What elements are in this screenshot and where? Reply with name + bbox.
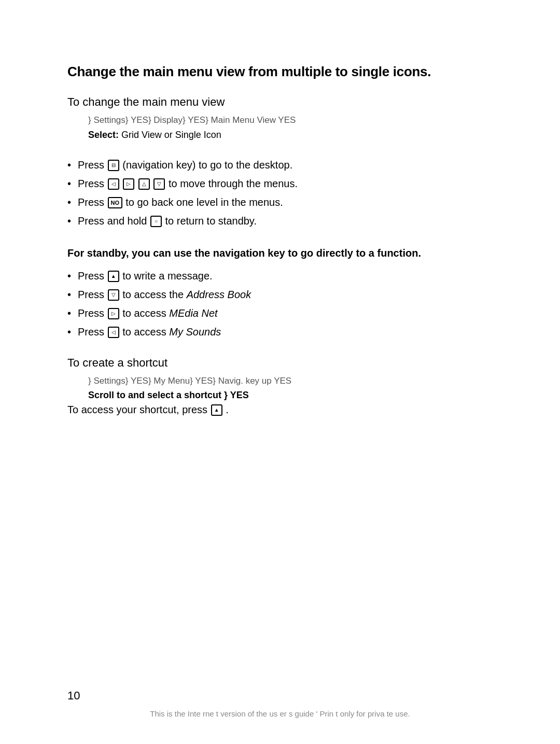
bullet-2-text: to move through the menus.: [169, 178, 298, 189]
standby-heading-text: For standby, you can use the navigation …: [67, 247, 421, 259]
shortcut-select-rest: croll to and select a shortcut } YES: [94, 390, 249, 400]
footer-text: This is the Inte rne t version of the us…: [0, 709, 560, 718]
address-book-icon: ▽: [108, 289, 119, 301]
shortcut-select-text: S: [88, 390, 94, 400]
menu-key-icon: ⊟: [108, 160, 119, 171]
shortcut-end: .: [226, 404, 229, 415]
bullet-1-text: (navigation key) to go to the desktop.: [122, 159, 292, 171]
my-sounds-link: My Sounds: [169, 326, 221, 338]
bullet-4: Press and hold ○ to return to standby.: [67, 212, 493, 230]
my-sounds-icon: ◁: [108, 327, 119, 338]
shortcut-path: } Settings} YES} My Menu} YES} Navig. ke…: [88, 374, 493, 388]
press-label-5: Press: [78, 270, 104, 282]
bullet-2: Press ◁ ▷ △ ▽ to move through the menus.: [67, 175, 493, 192]
bullet-6-text: to access the: [122, 289, 184, 300]
shortcut-select-line: Scroll to and select a shortcut } YES: [88, 390, 493, 401]
no-key-icon: NO: [108, 197, 122, 208]
bullet-7-text: to access: [122, 307, 166, 319]
heading-text: Change the main menu view from multiple …: [67, 64, 431, 79]
change-view-title: To change the main menu view: [67, 95, 493, 109]
shortcut-nav-icon: ▲: [211, 404, 222, 416]
bullet-3: Press NO to go back one level in the men…: [67, 193, 493, 211]
bullets-navigation: Press ⊟ (navigation key) to go to the de…: [67, 156, 493, 230]
bullet-5-text: to write a message.: [122, 270, 212, 282]
write-msg-icon: ▲: [108, 271, 119, 282]
shortcut-access-text: To access your shortcut, press: [67, 404, 207, 415]
bullet-5: Press ▲ to write a message.: [67, 267, 493, 285]
select-options: Grid View or Single Icon: [121, 130, 221, 140]
press-hold-label: Press and hold: [78, 215, 147, 227]
press-label-7: Press: [78, 307, 104, 319]
change-view-section: To change the main menu view } Settings}…: [67, 95, 493, 140]
address-book-link: Address Book: [187, 289, 251, 300]
bullet-8-text: to access: [122, 326, 166, 338]
press-label-2: Press: [78, 178, 107, 189]
page-container: Change the main menu view from multiple …: [0, 0, 560, 744]
page-heading: Change the main menu view from multiple …: [67, 62, 493, 81]
standby-key-icon: ○: [150, 216, 162, 227]
page-number: 10: [67, 689, 80, 703]
nav-path-1: } Settings} YES} Display} YES} Main Menu…: [88, 113, 493, 127]
press-label-1: Press: [78, 159, 104, 171]
nav-right-icon: ▷: [123, 178, 134, 190]
standby-section: For standby, you can use the navigation …: [67, 245, 493, 341]
bullet-8: Press ◁ to access My Sounds: [67, 323, 493, 341]
nav-path-text: } Settings} YES} Display} YES} Main Menu…: [88, 115, 296, 125]
nav-down-icon: ▽: [153, 178, 165, 190]
press-label-3: Press: [78, 196, 104, 208]
bullets-standby: Press ▲ to write a message. Press ▽ to a…: [67, 267, 493, 341]
bullet-6: Press ▽ to access the Address Book: [67, 286, 493, 303]
media-net-icon: ▷: [108, 308, 119, 319]
bullet-7: Press ▷ to access MEdia Net: [67, 304, 493, 322]
press-label-8: Press: [78, 326, 104, 338]
nav-up-icon: △: [138, 178, 150, 190]
shortcut-section: To create a shortcut } Settings} YES} My…: [67, 356, 493, 416]
press-label-6: Press: [78, 289, 104, 300]
select-line: Select: Grid View or Single Icon: [88, 130, 493, 141]
bullet-3-text: to go back one level in the menus.: [125, 196, 283, 208]
media-net-link: MEdia Net: [169, 307, 217, 319]
shortcut-access-line: To access your shortcut, press ▲ .: [67, 404, 493, 416]
nav-left-icon: ◁: [108, 178, 119, 190]
select-label: Select:: [88, 130, 119, 140]
bullet-4-text: to return to standby.: [165, 215, 257, 227]
bullet-1: Press ⊟ (navigation key) to go to the de…: [67, 156, 493, 174]
standby-heading: For standby, you can use the navigation …: [67, 245, 493, 261]
shortcut-title: To create a shortcut: [67, 356, 493, 370]
